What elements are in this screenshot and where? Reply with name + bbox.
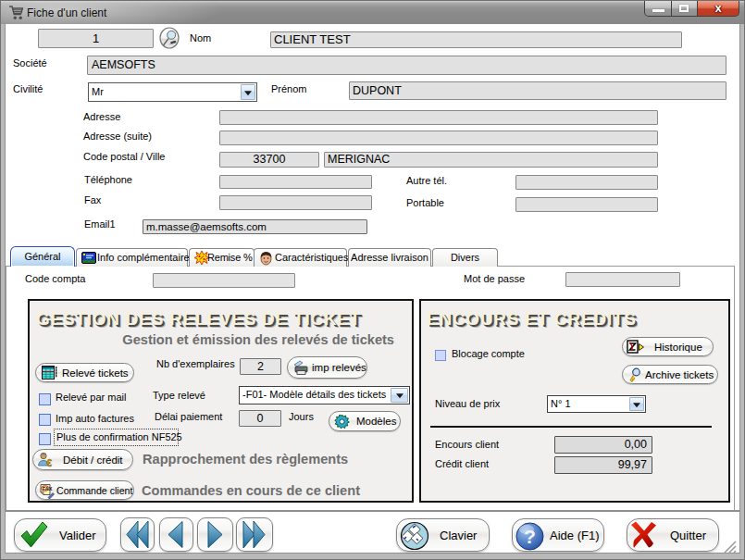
svg-text:FAX: FAX xyxy=(43,486,53,492)
svg-text:€: € xyxy=(47,458,53,468)
svg-text:?: ? xyxy=(524,526,536,547)
